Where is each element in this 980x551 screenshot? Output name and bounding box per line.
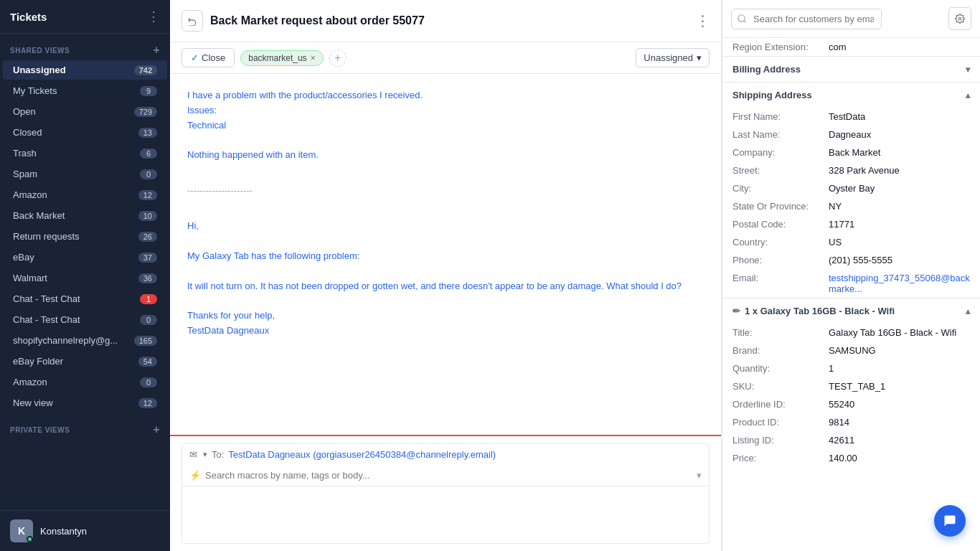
tag-backmarket: backmarket_us × xyxy=(240,50,323,66)
message-intro: I have a problem with the product/access… xyxy=(187,88,704,103)
right-panel: Region Extension: com Billing Address ▾ … xyxy=(722,0,980,551)
online-indicator xyxy=(27,536,33,542)
username: Konstantyn xyxy=(40,526,87,537)
main-panel: Back Market request about order 55077 ⋮ … xyxy=(170,0,722,551)
sidebar-item-my-tickets[interactable]: My Tickets 9 xyxy=(3,81,167,100)
message-thanks: Thanks for your help, xyxy=(187,309,704,324)
avatar: K xyxy=(10,519,33,542)
phone-row: Phone: (201) 555-5555 xyxy=(722,251,980,269)
street-row: Street: 328 Park Avenue xyxy=(722,161,980,179)
sidebar-title: Tickets xyxy=(10,11,47,23)
product-title-row: Title: Galaxy Tab 16GB - Black - Wifi xyxy=(722,324,980,342)
product-chevron-icon: ▴ xyxy=(966,306,970,316)
settings-button[interactable] xyxy=(948,7,971,30)
product-header[interactable]: ✏ 1 x Galaxy Tab 16GB - Black - Wifi ▴ xyxy=(722,298,980,324)
message-issues-value: Technical xyxy=(187,118,704,133)
add-shared-view-btn[interactable]: + xyxy=(153,44,160,57)
country-row: Country: US xyxy=(722,233,980,251)
ticket-body: I have a problem with the product/access… xyxy=(170,74,721,435)
sidebar-item-ebay-folder[interactable]: eBay Folder 54 xyxy=(3,352,167,371)
message-hi: Hi, xyxy=(187,219,704,234)
ticket-header: Back Market request about order 55077 ⋮ xyxy=(170,0,721,42)
shipping-address-section[interactable]: Shipping Address ▴ xyxy=(722,82,980,108)
billing-chevron-icon: ▾ xyxy=(966,65,970,75)
macros-expand-icon[interactable]: ▾ xyxy=(697,470,702,481)
reply-box: ✉ ▾ To: TestData Dagneaux (gorgiasuser26… xyxy=(170,435,721,551)
sidebar-item-amazon-1[interactable]: Amazon 12 xyxy=(3,185,167,204)
reply-to-row: ✉ ▾ To: TestData Dagneaux (gorgiasuser26… xyxy=(182,443,710,465)
ticket-actions: ✓ Close backmarket_us × + Unassigned ▾ xyxy=(170,42,721,74)
ticket-more-icon[interactable]: ⋮ xyxy=(695,12,710,29)
message-signature: TestData Dagneaux xyxy=(187,324,704,339)
email-icon: ✉ xyxy=(189,449,197,460)
undo-button[interactable] xyxy=(182,10,203,32)
sidebar-item-walmart[interactable]: Walmart 36 xyxy=(3,268,167,288)
remove-tag-btn[interactable]: × xyxy=(311,53,316,63)
gear-icon xyxy=(955,14,965,24)
svg-point-0 xyxy=(738,15,745,22)
state-row: State Or Province: NY xyxy=(722,197,980,215)
product-id-row: Product ID: 9814 xyxy=(722,413,980,431)
macros-search-input[interactable] xyxy=(205,470,692,481)
customer-search-input[interactable] xyxy=(731,9,882,29)
reply-text-area[interactable] xyxy=(182,486,710,544)
sidebar-item-amazon-2[interactable]: Amazon 0 xyxy=(3,372,167,392)
product-orderline-row: Orderline ID: 55240 xyxy=(722,395,980,413)
email-row: Email: testshipping_37473_55068@backmark… xyxy=(722,269,980,298)
chat-widget-button[interactable] xyxy=(934,505,966,537)
shared-views-label: SHARED VIEWS + xyxy=(0,34,170,60)
product-price-row: Price: 140.00 xyxy=(722,449,980,467)
shipping-chevron-icon: ▴ xyxy=(966,90,970,100)
message-nothing: Nothing happened with an item. xyxy=(187,148,704,163)
first-name-row: First Name: TestData xyxy=(722,108,980,126)
assignee-dropdown[interactable]: Unassigned ▾ xyxy=(636,48,710,67)
sidebar-item-trash[interactable]: Trash 6 xyxy=(3,143,167,163)
product-brand-row: Brand: SAMSUNG xyxy=(722,342,980,359)
pencil-icon: ✏ xyxy=(732,306,740,316)
sidebar-item-backmarket[interactable]: Back Market 10 xyxy=(3,206,167,225)
add-private-view-btn[interactable]: + xyxy=(153,423,160,436)
close-button[interactable]: ✓ Close xyxy=(182,48,235,67)
ticket-title: Back Market request about order 55077 xyxy=(210,14,688,27)
svg-line-1 xyxy=(744,21,746,23)
macros-row: ⚡ ▾ xyxy=(182,465,710,486)
sidebar-item-open[interactable]: Open 729 xyxy=(3,102,167,121)
add-tag-button[interactable]: + xyxy=(329,50,347,67)
sidebar-item-return[interactable]: Return requests 26 xyxy=(3,227,167,246)
message-galaxy-problem: My Galaxy Tab has the following problem: xyxy=(187,249,704,264)
private-views-label: PRIVATE VIEWS + xyxy=(0,413,170,439)
sidebar-header: Tickets ⋮ xyxy=(0,0,170,34)
sidebar-item-new-view[interactable]: New view 12 xyxy=(3,393,167,413)
check-icon: ✓ xyxy=(191,52,199,63)
sidebar-item-ebay[interactable]: eBay 37 xyxy=(3,248,167,267)
chat-icon xyxy=(943,514,957,528)
product-sku-row: SKU: TEST_TAB_1 xyxy=(722,377,980,395)
search-wrap xyxy=(731,9,944,29)
sidebar-item-chat-test-1[interactable]: Chat - Test Chat 1 xyxy=(3,289,167,309)
region-row: Region Extension: com xyxy=(722,38,980,56)
flash-icon: ⚡ xyxy=(189,470,201,481)
billing-address-section[interactable]: Billing Address ▾ xyxy=(722,56,980,82)
message-issues-label: Issues: xyxy=(187,103,704,118)
search-icon xyxy=(737,14,747,24)
city-row: City: Oyster Bay xyxy=(722,179,980,197)
message-separator: --------------------- xyxy=(187,184,704,199)
svg-point-2 xyxy=(958,17,961,20)
last-name-row: Last Name: Dagneaux xyxy=(722,126,980,143)
company-row: Company: Back Market xyxy=(722,143,980,161)
sidebar-item-spam[interactable]: Spam 0 xyxy=(3,164,167,184)
sidebar-item-unassigned[interactable]: Unassigned 742 xyxy=(3,60,167,80)
postal-row: Postal Code: 11771 xyxy=(722,215,980,233)
product-qty-row: Quantity: 1 xyxy=(722,359,980,377)
product-listing-row: Listing ID: 42611 xyxy=(722,431,980,449)
chevron-down-icon: ▾ xyxy=(697,52,702,63)
search-bar xyxy=(722,0,980,38)
sidebar-footer: K Konstantyn xyxy=(0,510,170,551)
sidebar-menu-icon[interactable]: ⋮ xyxy=(147,9,160,24)
sidebar-item-shopify[interactable]: shopifychannelreply@g... 165 xyxy=(3,331,167,350)
sidebar: Tickets ⋮ SHARED VIEWS + Unassigned 742 … xyxy=(0,0,170,551)
message-wont-turn: It will not turn on. It has not been dro… xyxy=(187,279,704,294)
sidebar-item-closed[interactable]: Closed 13 xyxy=(3,123,167,142)
sidebar-item-chat-test-2[interactable]: Chat - Test Chat 0 xyxy=(3,310,167,329)
reply-dropdown-arrow[interactable]: ▾ xyxy=(203,450,207,459)
